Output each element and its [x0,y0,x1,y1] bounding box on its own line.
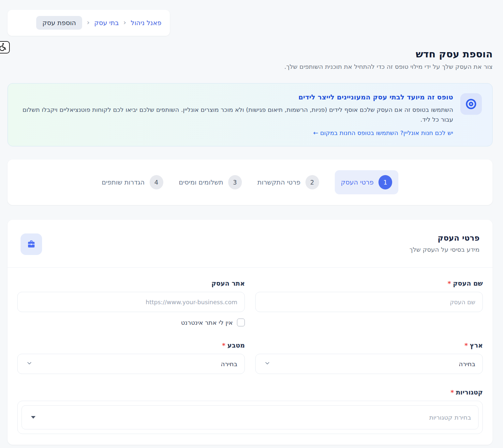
step-payments-taxes[interactable]: 3 תשלומים ומיסים [179,175,242,189]
field-website: אתר העסק אין לי אתר אינטרנט [17,279,245,326]
page-title: הוספת עסק חדש [7,48,493,60]
field-business-name: שם העסק* [255,279,483,326]
step-number-badge: 4 [150,175,163,189]
required-asterisk: * [451,388,454,396]
no-website-checkbox[interactable] [237,319,245,326]
label-text: אתר העסק [211,279,245,287]
country-select[interactable]: בחירה [255,354,483,374]
breadcrumb-link-businesses[interactable]: בתי עסק [94,19,119,27]
field-currency: מטבע* בחירה [17,341,245,374]
label-text: מטבע [227,341,245,349]
step-partner-settings[interactable]: 4 הגדרות שותפים [102,175,163,189]
business-details-card: פרטי העסק מידע בסיסי על העסק שלך שם העסק… [7,220,493,445]
label-text: שם העסק [453,279,483,287]
field-country: ארץ* בחירה [255,341,483,374]
card-subtitle: מידע בסיסי על העסק שלך [409,246,480,253]
label-text: ארץ [470,341,483,349]
chevron-down-icon [26,360,33,368]
breadcrumb-card: פאנל ניהול ‹ בתי עסק ‹ הוספת עסק [7,10,170,36]
no-website-row: אין לי אתר אינטרנט [17,319,245,326]
website-label: אתר העסק [17,279,245,287]
card-header-titles: פרטי העסק מידע בסיסי על העסק שלך [409,233,480,253]
online-store-form-link[interactable]: יש לכם חנות אונליין? השתמשו בטופס החנות … [313,129,453,136]
no-website-checkbox-label[interactable]: אין לי אתר אינטרנט [181,319,233,326]
breadcrumb-link-admin-panel[interactable]: פאנל ניהול [131,19,161,27]
currency-select-value: בחירה [221,360,237,367]
step-label: הגדרות שותפים [102,178,144,186]
breadcrumb: פאנל ניהול ‹ בתי עסק ‹ הוספת עסק [36,16,161,30]
label-text: קטגוריות [456,388,483,396]
step-business-details[interactable]: 1 פרטי העסק [335,170,398,194]
field-categories: קטגוריות* בחירת קטגוריות [17,388,483,434]
required-asterisk: * [465,341,468,349]
categories-label: קטגוריות* [17,388,483,396]
card-title: פרטי העסק [409,233,480,243]
info-callout-body: השתמשו בטופס זה אם העסק שלכם אוסף לידים … [20,105,453,124]
step-number-badge: 1 [378,175,392,189]
target-bullseye-icon [460,93,482,115]
dropdown-triangle-icon [31,416,36,419]
chevron-down-icon [264,360,271,368]
required-asterisk: * [222,341,225,349]
currency-label: מטבע* [17,341,245,349]
required-asterisk: * [448,279,451,287]
country-select-value: בחירה [459,360,475,367]
website-input[interactable] [17,292,245,312]
business-details-card-header: פרטי העסק מידע בסיסי על העסק שלך [7,220,493,268]
country-label: ארץ* [255,341,483,349]
page-subtitle: צור את העסק שלך על ידי מילוי טופס זה כדי… [7,63,493,70]
business-details-form: שם העסק* אתר העסק אין לי אתר אינטרנט [7,268,493,444]
step-label: תשלומים ומיסים [179,178,223,186]
business-name-label: שם העסק* [255,279,483,287]
business-name-input[interactable] [255,292,483,312]
step-label: פרטי התקשרות [258,178,301,186]
wizard-steps-bar: 1 פרטי העסק 2 פרטי התקשרות 3 תשלומים ומי… [7,159,493,205]
categories-placeholder: בחירת קטגוריות [429,414,471,421]
step-number-badge: 2 [305,175,319,189]
currency-select[interactable]: בחירה [17,354,245,374]
step-number-badge: 3 [228,175,242,189]
accessibility-widget-button[interactable] [0,41,10,53]
info-callout-title: טופס זה מיועד לבתי עסק המעוניינים לייצר … [20,93,453,101]
wheelchair-accessibility-icon [0,43,7,52]
breadcrumb-current: הוספת עסק [36,16,82,30]
chevron-left-icon: ‹ [123,19,126,27]
step-contact-details[interactable]: 2 פרטי התקשרות [258,175,319,189]
briefcase-icon [21,233,42,255]
info-callout-content: טופס זה מיועד לבתי עסק המעוניינים לייצר … [20,93,453,136]
leads-info-callout: טופס זה מיועד לבתי עסק המעוניינים לייצר … [7,83,493,146]
categories-multiselect-container: בחירת קטגוריות [17,401,483,434]
chevron-left-icon: ‹ [87,19,90,27]
categories-multiselect[interactable]: בחירת קטגוריות [22,405,479,429]
step-label: פרטי העסק [341,178,374,186]
add-business-page: פאנל ניהול ‹ בתי עסק ‹ הוספת עסק הוספת ע… [7,10,493,445]
